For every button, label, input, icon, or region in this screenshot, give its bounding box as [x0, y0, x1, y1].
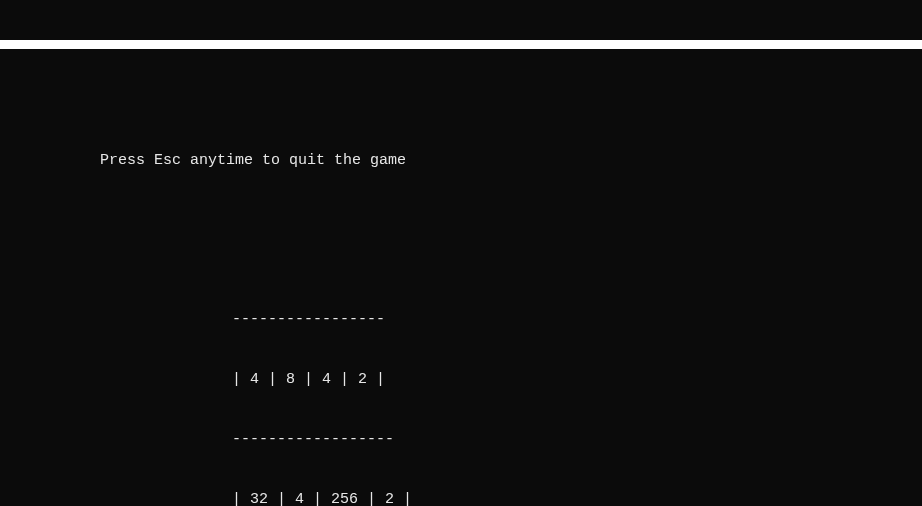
game-board: ----------------- | 4 | 8 | 4 | 2 | ----…: [0, 270, 922, 506]
board-divider: -----------------: [232, 310, 922, 330]
board-divider: ------------------: [232, 430, 922, 450]
board-row-1: | 32 | 4 | 256 | 2 |: [232, 490, 922, 506]
window-title-bar: [0, 40, 922, 49]
board-row-0: | 4 | 8 | 4 | 2 |: [232, 370, 922, 390]
quit-hint: Press Esc anytime to quit the game: [0, 151, 922, 231]
terminal-screen: Press Esc anytime to quit the game -----…: [0, 0, 922, 506]
terminal-content: Press Esc anytime to quit the game -----…: [0, 89, 922, 506]
